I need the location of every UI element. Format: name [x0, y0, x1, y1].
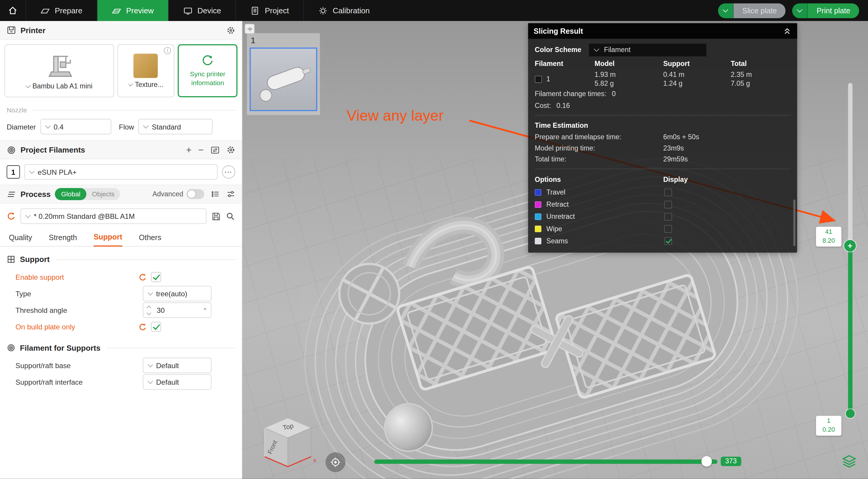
color-scheme-row: Color Scheme Filament: [535, 42, 790, 57]
filament-row: 1 eSUN PLA+ ···: [0, 159, 242, 185]
lower-layer-height: 0.20: [823, 426, 835, 434]
seams-display-checkbox[interactable]: [664, 237, 672, 245]
time-estimation-title: Time Estimation: [535, 119, 790, 132]
threshold-angle-stepper[interactable]: 30 °: [143, 303, 211, 318]
orientation-cube[interactable]: Top Front x: [252, 411, 321, 479]
flow-select[interactable]: Standard: [138, 119, 213, 134]
tab-others[interactable]: Others: [139, 233, 161, 246]
move-slider-track[interactable]: [374, 459, 717, 464]
chevron-down-icon: [26, 82, 30, 88]
filament-settings-gear-icon[interactable]: [226, 145, 235, 155]
chevron-down-icon: [25, 213, 31, 218]
lower-layer-number: 1: [827, 417, 830, 426]
plate-type-select[interactable]: Texture...: [128, 80, 163, 88]
tab-device-label: Device: [197, 6, 221, 15]
move-slider-handle[interactable]: [701, 456, 712, 467]
panel-scrollbar[interactable]: [794, 200, 796, 246]
support-group-icon: [6, 255, 16, 264]
move-slider-value: 373: [721, 457, 741, 466]
reset-on-build-plate-icon[interactable]: [138, 322, 147, 331]
advanced-toggle[interactable]: [187, 189, 204, 199]
chevron-down-icon: [148, 290, 153, 296]
print-plate-dropdown-button[interactable]: [792, 3, 808, 18]
filament-change-value: 0: [612, 90, 616, 98]
revert-changes-icon[interactable]: [6, 212, 16, 220]
color-scheme-select[interactable]: Filament: [589, 43, 706, 56]
tab-strength[interactable]: Strength: [49, 233, 77, 246]
tab-support[interactable]: Support: [94, 233, 122, 247]
advanced-toggle-group: Advanced: [152, 189, 204, 199]
reset-enable-support-icon[interactable]: [138, 273, 147, 281]
scope-objects-button[interactable]: Objects: [87, 188, 120, 200]
plate-thumbnail-number: 1: [251, 35, 255, 45]
process-preset-select[interactable]: * 0.20mm Standard @BBL A1M: [21, 208, 206, 224]
slice-plate-button[interactable]: Slice plate: [733, 3, 785, 18]
diameter-select[interactable]: 0.4: [40, 119, 111, 134]
tab-device[interactable]: Device: [168, 0, 236, 21]
scope-global-button[interactable]: Global: [55, 188, 87, 200]
support-group-title: Support: [20, 255, 50, 264]
tab-calibration[interactable]: Calibration: [304, 0, 384, 21]
plate-thumbnail[interactable]: 1: [247, 33, 320, 115]
add-pause-layer-button[interactable]: +: [844, 240, 856, 252]
print-plate-split-button: Print plate: [792, 3, 859, 18]
slice-plate-dropdown-button[interactable]: [718, 3, 733, 18]
printer-section-header: Printer: [0, 21, 242, 40]
raft-interface-select[interactable]: Default: [143, 374, 211, 390]
calibration-icon: [318, 6, 328, 15]
sync-printer-card[interactable]: Sync printer information: [178, 44, 238, 98]
tab-project[interactable]: Project: [235, 0, 303, 21]
collapse-panel-icon[interactable]: [783, 27, 792, 35]
printer-select[interactable]: Bambu Lab A1 mini: [26, 82, 92, 90]
3d-viewport-canvas[interactable]: <|> 1 View any layer: [243, 21, 868, 479]
search-preset-icon[interactable]: [226, 211, 235, 221]
lower-layer-handle[interactable]: [846, 409, 855, 418]
chevron-down-icon: [594, 46, 599, 52]
home-button[interactable]: [0, 0, 26, 21]
prepare-time-row: Prepare and timelapse time:6m0s + 50s: [535, 132, 790, 142]
tab-quality[interactable]: Quality: [9, 233, 32, 246]
add-filament-button[interactable]: +: [186, 145, 192, 155]
layer-view-button[interactable]: [841, 453, 857, 469]
tab-prepare[interactable]: Prepare: [26, 0, 97, 21]
sidebar-collapse-handle[interactable]: <|>: [245, 24, 255, 34]
plate-type-card[interactable]: i Texture...: [117, 44, 175, 98]
tab-preview[interactable]: Preview: [97, 0, 168, 21]
raft-base-select[interactable]: Default: [143, 358, 211, 373]
filament-more-button[interactable]: ···: [222, 165, 235, 179]
save-preset-icon[interactable]: [211, 211, 221, 221]
unretract-display-checkbox[interactable]: [664, 213, 672, 220]
slicing-result-body: Color Scheme Filament Filament Model Sup…: [528, 39, 797, 253]
stepper-arrows[interactable]: [143, 306, 152, 314]
support-type-select[interactable]: tree(auto): [143, 286, 211, 301]
on-build-plate-checkbox[interactable]: [151, 322, 161, 332]
options-header-row: Options Display: [535, 173, 790, 186]
filaments-section-title: Project Filaments: [21, 145, 85, 155]
layer-slider-range[interactable]: [848, 245, 852, 415]
travel-display-checkbox[interactable]: [664, 189, 672, 196]
wipe-display-checkbox[interactable]: [664, 225, 672, 233]
printer-settings-gear-icon[interactable]: [226, 26, 235, 35]
flow-value: Standard: [152, 123, 181, 131]
enable-support-checkbox[interactable]: [151, 272, 161, 282]
flow-label: Flow: [119, 123, 134, 131]
printer-card[interactable]: Bambu Lab A1 mini: [4, 44, 114, 98]
retract-display-checkbox[interactable]: [664, 201, 672, 208]
enable-support-label: Enable support: [16, 273, 138, 281]
filament-table-row: 1 1.93 m5.82 g 0.41 m1.24 g 2.35 m7.05 g: [535, 70, 790, 88]
view-gizmo-button[interactable]: [326, 452, 345, 472]
tune-sliders-icon[interactable]: [226, 190, 235, 198]
model-time-row: Model printing time:23m9s: [535, 142, 790, 153]
filament-change-row: Filament change times: 0: [535, 88, 790, 99]
parameter-list-icon[interactable]: [211, 190, 220, 198]
slicing-result-panel: Slicing Result Color Scheme Filament Fil…: [528, 23, 797, 253]
info-icon[interactable]: i: [164, 47, 171, 54]
chevron-down-icon: [723, 7, 728, 12]
cost-value: 0.16: [557, 101, 570, 109]
sync-filament-list-icon[interactable]: [211, 145, 220, 155]
printer-section-title: Printer: [21, 26, 45, 35]
remove-filament-button[interactable]: −: [198, 145, 204, 155]
print-plate-button[interactable]: Print plate: [808, 3, 860, 18]
filament-select[interactable]: eSUN PLA+: [24, 164, 218, 179]
tab-preview-label: Preview: [126, 6, 154, 15]
